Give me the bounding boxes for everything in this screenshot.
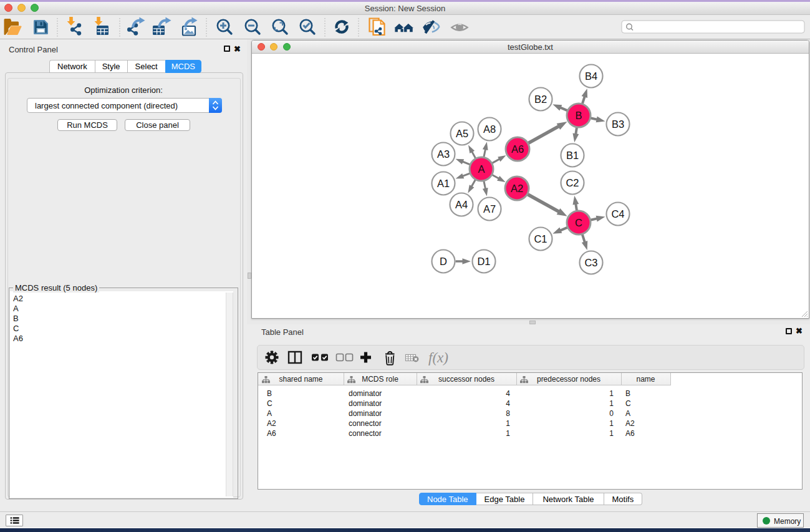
svg-text:C1: C1	[534, 233, 547, 244]
svg-text:B3: B3	[612, 118, 624, 130]
svg-text:C: C	[575, 217, 582, 228]
svg-text:A4: A4	[455, 199, 468, 210]
svg-text:C2: C2	[566, 177, 579, 188]
svg-text:A7: A7	[483, 203, 496, 215]
svg-text:A: A	[478, 163, 485, 175]
svg-text:A1: A1	[437, 178, 450, 189]
svg-text:B4: B4	[585, 70, 597, 82]
svg-text:D1: D1	[477, 256, 490, 267]
svg-text:A6: A6	[511, 143, 524, 155]
svg-text:A3: A3	[437, 148, 450, 160]
svg-text:A5: A5	[456, 128, 468, 139]
svg-text:D: D	[440, 256, 447, 267]
svg-text:B: B	[575, 110, 582, 121]
svg-text:A2: A2	[511, 183, 523, 194]
svg-text:B1: B1	[566, 150, 579, 161]
svg-text:C3: C3	[584, 257, 597, 268]
svg-text:C4: C4	[611, 208, 624, 220]
svg-text:B2: B2	[534, 94, 547, 105]
svg-text:f(x): f(x)	[428, 350, 448, 365]
svg-text:A8: A8	[483, 123, 496, 135]
